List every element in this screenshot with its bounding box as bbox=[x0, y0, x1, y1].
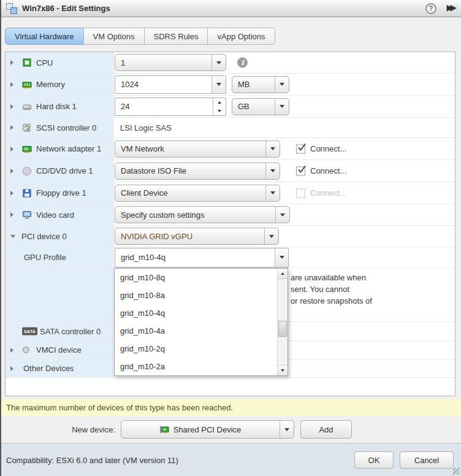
scroll-down-icon[interactable] bbox=[278, 365, 288, 375]
new-device-select[interactable]: Shared PCI Device bbox=[121, 420, 294, 439]
expander-icon[interactable] bbox=[10, 366, 13, 371]
video-card-select[interactable]: Specify custom settings bbox=[115, 206, 290, 223]
sata-badge-icon: SATA bbox=[22, 328, 37, 336]
device-label: Other Devices bbox=[23, 359, 74, 377]
expander-icon[interactable] bbox=[10, 60, 13, 65]
expander-icon[interactable] bbox=[10, 212, 13, 217]
expander-expanded-icon[interactable] bbox=[10, 235, 15, 238]
dropdown-option[interactable]: grid_m10-2a bbox=[115, 358, 288, 375]
edit-settings-dialog: Win7x86 - Edit Settings ? ▶▶ Virtual Har… bbox=[0, 0, 461, 476]
spinner-up-icon bbox=[213, 98, 226, 107]
dropdown-option[interactable]: grid_m10-2q bbox=[115, 340, 288, 358]
chevron-down-icon[interactable] bbox=[264, 228, 278, 244]
expander-icon[interactable] bbox=[10, 104, 13, 109]
vm-icon bbox=[6, 3, 17, 14]
gpu-profile-label: GPU Profile bbox=[24, 247, 66, 267]
connect-checkbox-checked[interactable] bbox=[296, 144, 305, 153]
cpu-icon bbox=[22, 58, 32, 67]
expander-icon[interactable] bbox=[10, 82, 13, 87]
spinner-control[interactable] bbox=[213, 98, 226, 115]
device-label: Network adapter 1 bbox=[36, 138, 101, 159]
hard-disk-icon bbox=[22, 102, 32, 112]
gpu-profile-select-open[interactable]: grid_m10-4q bbox=[115, 248, 289, 267]
device-label: SATA controller 0 bbox=[40, 322, 101, 340]
new-device-label: New device: bbox=[37, 420, 115, 439]
tab-vapp-options[interactable]: vApp Options bbox=[207, 28, 275, 45]
ok-button[interactable]: OK bbox=[354, 451, 394, 469]
tab-virtual-hardware[interactable]: Virtual Hardware bbox=[5, 28, 84, 45]
chevron-down-icon[interactable] bbox=[275, 99, 289, 115]
title-bar: Win7x86 - Edit Settings ? ▶▶ bbox=[0, 0, 461, 17]
expander-icon[interactable] bbox=[10, 169, 13, 174]
memory-icon bbox=[22, 80, 32, 90]
device-row-memory: Memory 1024 MB bbox=[6, 74, 455, 96]
chevron-down-icon[interactable] bbox=[275, 207, 289, 223]
memory-unit-select[interactable]: MB bbox=[232, 76, 289, 93]
minimize-popout-icon[interactable]: ▶▶ bbox=[446, 2, 454, 12]
device-row-video-card: Video card Specify custom settings bbox=[6, 204, 455, 226]
device-label: Memory bbox=[36, 74, 65, 95]
warning-text: The maximum number of devices of this ty… bbox=[6, 403, 233, 412]
tab-sdrs-rules[interactable]: SDRS Rules bbox=[144, 28, 208, 45]
chevron-down-icon[interactable] bbox=[265, 163, 280, 179]
chevron-down-icon[interactable] bbox=[280, 421, 294, 438]
cancel-button[interactable]: Cancel bbox=[400, 451, 454, 469]
scroll-up-icon[interactable] bbox=[278, 269, 288, 279]
connect-checkbox-unchecked[interactable] bbox=[296, 188, 305, 198]
floppy-icon bbox=[22, 188, 32, 198]
device-row-hard-disk: Hard disk 1 24 GB bbox=[6, 96, 455, 118]
expander-icon[interactable] bbox=[10, 348, 13, 353]
new-device-value: Shared PCI Device bbox=[173, 425, 242, 434]
expander-icon[interactable] bbox=[10, 147, 13, 152]
floppy-select[interactable]: Client Device bbox=[115, 185, 280, 202]
chevron-down-icon[interactable] bbox=[265, 185, 280, 201]
device-label: Floppy drive 1 bbox=[36, 182, 86, 204]
device-label: CD/DVD drive 1 bbox=[36, 160, 93, 182]
cd-dvd-select[interactable]: Datastore ISO File bbox=[115, 163, 280, 180]
resize-grip[interactable] bbox=[453, 468, 460, 475]
tab-bar: Virtual Hardware VM Options SDRS Rules v… bbox=[5, 28, 275, 45]
tab-vm-options[interactable]: VM Options bbox=[83, 28, 145, 45]
add-button[interactable]: Add bbox=[300, 420, 352, 439]
memory-input[interactable]: 1024 bbox=[115, 75, 226, 94]
pci-passthrough-note: are unavailable when sent. You cannot or… bbox=[291, 272, 372, 307]
help-icon[interactable]: ? bbox=[425, 3, 436, 14]
device-label: Video card bbox=[36, 204, 74, 225]
cpu-select[interactable]: 1 bbox=[115, 54, 226, 71]
device-label: SCSI controller 0 bbox=[36, 118, 96, 137]
video-card-icon bbox=[22, 210, 32, 220]
device-label: CPU bbox=[36, 52, 53, 73]
connect-label: Connect... bbox=[310, 160, 346, 182]
info-icon: i bbox=[237, 58, 248, 68]
chevron-down-icon[interactable] bbox=[211, 76, 226, 93]
device-row-network-adapter: Network adapter 1 VM Network Connect... bbox=[6, 138, 455, 160]
expander-icon[interactable] bbox=[10, 191, 13, 196]
window-left-edge bbox=[0, 0, 1, 476]
dropdown-option[interactable]: grid_m10-8a bbox=[115, 286, 288, 304]
chevron-down-icon[interactable] bbox=[211, 55, 226, 71]
dropdown-option[interactable]: grid_m10-4a bbox=[115, 322, 288, 340]
hard-disk-size-input[interactable]: 24 bbox=[115, 98, 226, 116]
device-label: VMCI device bbox=[36, 341, 82, 359]
dropdown-option[interactable]: grid_m10-8q bbox=[115, 269, 288, 286]
chevron-down-icon[interactable] bbox=[275, 77, 289, 93]
hard-disk-unit-select[interactable]: GB bbox=[232, 98, 289, 115]
device-label: Hard disk 1 bbox=[36, 96, 77, 117]
dropdown-scrollbar[interactable] bbox=[277, 269, 288, 375]
chevron-down-icon[interactable] bbox=[275, 248, 288, 267]
expander-icon[interactable] bbox=[10, 125, 13, 130]
pci-device-select[interactable]: NVIDIA GRID vGPU bbox=[115, 228, 279, 245]
chevron-down-icon[interactable] bbox=[265, 141, 280, 157]
dropdown-option[interactable]: grid_m10-4q bbox=[115, 304, 288, 322]
device-row-pci-device: PCI device 0 NVIDIA GRID vGPU bbox=[6, 226, 455, 247]
connect-checkbox-checked[interactable] bbox=[296, 166, 305, 175]
spinner-down-icon bbox=[213, 107, 226, 115]
network-select[interactable]: VM Network bbox=[115, 140, 280, 158]
shared-pci-device-icon bbox=[159, 424, 169, 434]
gpu-profile-dropdown-list: grid_m10-8q grid_m10-8a grid_m10-4q grid… bbox=[114, 268, 288, 376]
scrollbar-thumb[interactable] bbox=[278, 321, 287, 337]
scsi-controller-icon bbox=[22, 123, 32, 132]
device-row-floppy: Floppy drive 1 Client Device Connect... bbox=[6, 182, 455, 204]
cd-dvd-icon bbox=[22, 166, 32, 176]
dialog-title: Win7x86 - Edit Settings bbox=[22, 0, 110, 17]
